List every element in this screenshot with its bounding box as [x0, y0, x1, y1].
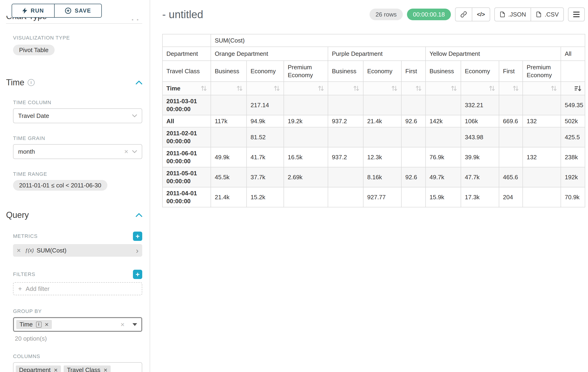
- time-section-title: Time: [6, 78, 24, 87]
- sort-button[interactable]: [363, 82, 401, 95]
- sort-button[interactable]: [211, 82, 247, 95]
- cell: 937.2: [328, 147, 363, 167]
- cell: 19.2k: [284, 115, 328, 127]
- sort-icon: [353, 85, 359, 91]
- row-header: 2011-05-01 00:00:00: [162, 167, 211, 187]
- sort-icon: [318, 85, 324, 91]
- sort-button[interactable]: [401, 82, 426, 95]
- time-grain-label: TIME GRAIN: [13, 135, 142, 141]
- sort-desc-icon: [575, 85, 581, 92]
- cell: 76.9k: [426, 147, 461, 167]
- file-icon: [536, 11, 542, 18]
- sort-icon: [416, 85, 422, 91]
- pivot-thead: SUM(Cost)DepartmentOrange DepartmentPurp…: [162, 34, 585, 95]
- cell: 45.5k: [211, 167, 247, 187]
- cell: [401, 95, 426, 115]
- cell: 70.9k: [561, 187, 585, 207]
- run-button[interactable]: RUN: [12, 4, 54, 17]
- columns-select[interactable]: Department×Travel Class× ×: [13, 362, 142, 372]
- clear-icon[interactable]: ×: [124, 148, 128, 155]
- remove-tag-icon[interactable]: ×: [45, 321, 49, 328]
- travel-class-header: Economy: [247, 61, 284, 82]
- remove-tag-icon[interactable]: ×: [54, 367, 58, 372]
- cell: 81.52: [247, 127, 284, 147]
- chevron-right-icon[interactable]: ›: [136, 246, 138, 254]
- time-sort-header[interactable]: Time: [162, 82, 211, 95]
- cell: 106k: [461, 115, 499, 127]
- cell: 669.6: [499, 115, 523, 127]
- timer-badge: 00:00:00.18: [407, 9, 451, 20]
- department-header: Yellow Department: [426, 47, 561, 61]
- department-header: Purple Department: [328, 47, 426, 61]
- chevron-up-icon[interactable]: [136, 80, 142, 85]
- tag-department[interactable]: Department×: [16, 365, 61, 372]
- sort-button[interactable]: [284, 82, 328, 95]
- travel-class-header: Business: [426, 61, 461, 82]
- tag-travel-class[interactable]: Travel Class×: [64, 365, 111, 372]
- cell: 132: [523, 115, 561, 127]
- tag-time[interactable]: Timei×: [16, 320, 52, 329]
- query-section-header[interactable]: Query: [6, 210, 142, 220]
- sort-button[interactable]: [523, 82, 561, 95]
- main-header: - untitled 26 rows 00:00:00.18 </> .JSON: [162, 7, 585, 21]
- columns-label: COLUMNS: [13, 353, 142, 360]
- cell: 927.77: [363, 187, 401, 207]
- link-icon: [460, 11, 467, 18]
- time-grain-value: month: [18, 148, 35, 155]
- chevron-up-icon[interactable]: [136, 213, 142, 217]
- info-icon: i: [28, 79, 35, 86]
- export-json-label: .JSON: [508, 11, 526, 18]
- add-filter-label: Add filter: [26, 285, 50, 292]
- sort-button[interactable]: [247, 82, 284, 95]
- time-section-header[interactable]: Time i: [6, 78, 142, 87]
- caret-down-icon[interactable]: [133, 323, 137, 326]
- remove-tag-icon[interactable]: ×: [104, 367, 107, 372]
- cell: 238k: [561, 147, 585, 167]
- sort-icon: [237, 85, 243, 91]
- cell: 15.9k: [426, 187, 461, 207]
- table-row: 2011-06-01 00:00:0049.9k41.7k16.5k937.21…: [162, 147, 585, 167]
- export-button-group: .JSON .CSV: [494, 7, 564, 21]
- save-button[interactable]: SAVE: [54, 4, 101, 17]
- export-json-button[interactable]: .JSON: [494, 7, 531, 21]
- cell: 332.21: [461, 95, 499, 115]
- time-column-select[interactable]: Travel Date: [13, 108, 142, 123]
- metric-item[interactable]: × ƒ(x) SUM(Cost) ›: [13, 244, 142, 257]
- cell: 2.69k: [284, 167, 328, 187]
- export-csv-button[interactable]: .CSV: [531, 7, 564, 21]
- code-icon: </>: [477, 11, 485, 18]
- add-metric-button[interactable]: +: [133, 232, 142, 241]
- sort-icon: [551, 85, 557, 91]
- add-filter-button[interactable]: +: [133, 270, 142, 279]
- table-row: 2011-05-01 00:00:0045.5k37.7k2.69k8.16k9…: [162, 167, 585, 187]
- embed-code-button[interactable]: </>: [472, 7, 490, 21]
- add-filter-dropzone[interactable]: + Add filter: [13, 282, 142, 295]
- sort-button[interactable]: [328, 82, 363, 95]
- row-header: 2011-04-01 00:00:00: [162, 187, 211, 207]
- cell: [499, 147, 523, 167]
- sort-button[interactable]: [461, 82, 499, 95]
- sort-button[interactable]: [426, 82, 461, 95]
- row-header: 2011-03-01 00:00:00: [162, 95, 211, 115]
- pivot-table-container: SUM(Cost)DepartmentOrange DepartmentPurp…: [162, 34, 585, 207]
- time-grain-select[interactable]: month ×: [13, 144, 142, 159]
- all-column-header: All: [561, 47, 585, 61]
- cell: 343.98: [461, 127, 499, 147]
- remove-metric-icon[interactable]: ×: [17, 247, 21, 254]
- sort-button[interactable]: [499, 82, 523, 95]
- cell: [328, 95, 363, 115]
- travel-class-header: Economy: [363, 61, 401, 82]
- copy-link-button[interactable]: [455, 7, 472, 21]
- sort-button-active[interactable]: [561, 82, 585, 95]
- cell: [499, 127, 523, 147]
- group-by-select[interactable]: Timei× ×: [13, 317, 142, 332]
- cell: 937.2: [328, 115, 363, 127]
- menu-button[interactable]: [568, 7, 585, 21]
- lightning-icon: [22, 7, 27, 14]
- visualization-type-pill[interactable]: Pivot Table: [13, 45, 55, 55]
- cell: [284, 95, 328, 115]
- cell: 132: [523, 147, 561, 167]
- time-range-pill[interactable]: 2011-01-01 ≤ col < 2011-06-30: [13, 180, 107, 191]
- travel-class-header: Business: [211, 61, 247, 82]
- clear-icon[interactable]: ×: [120, 321, 125, 328]
